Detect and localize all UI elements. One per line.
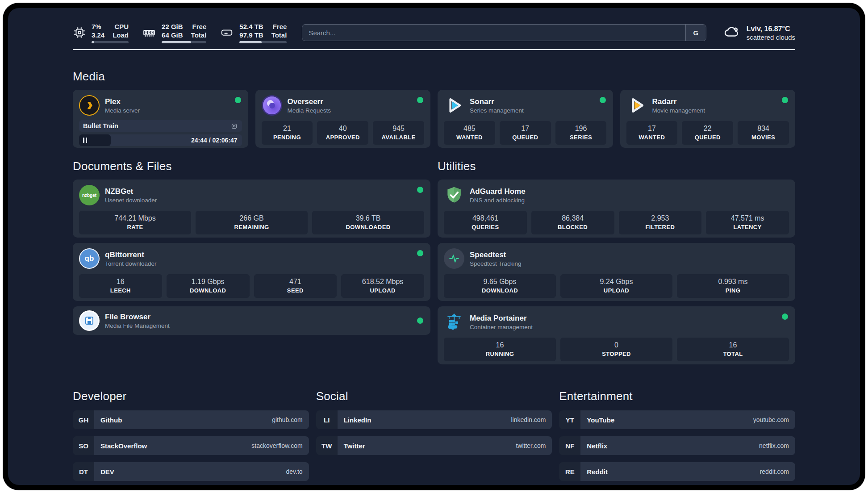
bookmark-dev[interactable]: DT DEV dev.to bbox=[73, 462, 309, 481]
app-card-overseerr[interactable]: Overseerr Media Requests 21 PENDING 40 A… bbox=[255, 90, 431, 148]
qbittorrent-logo: qb bbox=[79, 248, 100, 269]
stat-tile: 16 TOTAL bbox=[677, 338, 789, 361]
app-name: Radarr bbox=[652, 97, 705, 106]
app-desc: Usenet downloader bbox=[105, 196, 157, 204]
bookmark-stackoverflow[interactable]: SO StackOverflow stackoverflow.com bbox=[73, 436, 309, 455]
disk-icon bbox=[220, 26, 234, 39]
stat-tile: 39.6 TB DOWNLOADED bbox=[312, 211, 424, 234]
app-name: Speedtest bbox=[470, 250, 522, 259]
app-desc: Media Requests bbox=[288, 107, 331, 114]
app-card-radarr[interactable]: Radarr Movie management 17 WANTED 22 QUE… bbox=[620, 90, 796, 148]
app-desc: Speedtest Tracking bbox=[470, 260, 522, 267]
disk-free-value: 52.4 TB bbox=[239, 22, 263, 31]
memory-free-label: Free bbox=[191, 22, 207, 31]
bookmark-name: DEV bbox=[100, 468, 114, 476]
app-name: Sonarr bbox=[470, 97, 524, 106]
app-card-adguard[interactable]: AdGuard Home DNS and adblocking 498,461 … bbox=[438, 180, 795, 238]
header-bar: 7% 3.24 CPU Load bbox=[73, 22, 795, 43]
disk-progress-bar bbox=[239, 41, 287, 43]
disk-total-label: Total bbox=[271, 31, 287, 39]
overseerr-logo bbox=[262, 95, 282, 116]
bookmark-group-developer: Developer GH Github github.com SO StackO… bbox=[73, 389, 309, 481]
stat-tile: 17 QUEUED bbox=[500, 121, 551, 145]
stat-tile: 498,461 QUERIES bbox=[444, 211, 527, 234]
bookmark-abbr: TW bbox=[316, 436, 338, 455]
weather-location-temp: Lviv, 16.87°C bbox=[747, 25, 795, 33]
nzbget-logo: nzbget bbox=[79, 185, 100, 205]
app-name: AdGuard Home bbox=[470, 187, 526, 196]
status-dot bbox=[600, 97, 606, 103]
stat-tile: 40 APPROVED bbox=[317, 121, 368, 145]
stat-tile: 196 SERIES bbox=[555, 121, 607, 145]
bookmark-name: YouTube bbox=[587, 416, 614, 424]
portainer-logo bbox=[444, 312, 464, 332]
filebrowser-logo bbox=[79, 310, 100, 331]
cpu-stat-widget: 7% 3.24 CPU Load bbox=[73, 22, 129, 43]
stat-tile: 945 AVAILABLE bbox=[373, 121, 424, 145]
stat-tile: 471 SEED bbox=[254, 274, 337, 298]
bookmark-name: LinkedIn bbox=[344, 416, 371, 424]
stat-tile: 618.52 Mbps UPLOAD bbox=[341, 274, 424, 298]
bookmark-abbr: NF bbox=[559, 436, 580, 455]
bookmark-abbr: LI bbox=[316, 410, 338, 429]
app-card-nzbget[interactable]: nzbget NZBGet Usenet downloader 744.21 M… bbox=[73, 180, 430, 238]
plex-logo bbox=[79, 95, 100, 116]
memory-total-value: 64 GiB bbox=[162, 31, 183, 39]
now-playing-row: Bullet Train bbox=[79, 120, 242, 132]
weather-widget: Lviv, 16.87°C scattered clouds bbox=[722, 23, 795, 42]
bookmark-name: StackOverflow bbox=[100, 442, 147, 450]
bookmark-abbr: RE bbox=[559, 462, 580, 481]
bookmark-url: github.com bbox=[272, 416, 302, 423]
app-card-plex[interactable]: Plex Media server Bullet Train 24:44 bbox=[73, 90, 248, 148]
bookmark-url: linkedin.com bbox=[511, 416, 546, 423]
bookmark-youtube[interactable]: YT YouTube youtube.com bbox=[559, 410, 795, 429]
search-bar[interactable]: G bbox=[302, 24, 706, 41]
bookmark-linkedin[interactable]: LI LinkedIn linkedin.com bbox=[316, 410, 552, 429]
memory-total-label: Total bbox=[191, 31, 207, 39]
cloud-icon bbox=[722, 23, 741, 42]
stat-tile: 16 RUNNING bbox=[444, 338, 556, 361]
stat-tile: 86,384 BLOCKED bbox=[531, 211, 614, 234]
bookmark-github[interactable]: GH Github github.com bbox=[73, 410, 309, 429]
app-name: qBittorrent bbox=[105, 250, 157, 259]
memory-stat-widget: 22 GiB 64 GiB Free Total bbox=[142, 22, 206, 43]
app-desc: DNS and adblocking bbox=[470, 196, 526, 204]
app-card-qbittorrent[interactable]: qb qBittorrent Torrent downloader 16 LEE… bbox=[73, 243, 430, 301]
bookmark-abbr: SO bbox=[73, 436, 94, 455]
stat-tile: 266 GB REMAINING bbox=[196, 211, 308, 234]
section-title-utilities: Utilities bbox=[438, 159, 795, 173]
bookmark-reddit[interactable]: RE Reddit reddit.com bbox=[559, 462, 795, 481]
app-card-portainer[interactable]: Media Portainer Container management 16 … bbox=[438, 306, 795, 364]
app-name: File Browser bbox=[105, 312, 170, 322]
app-desc: Container management bbox=[470, 323, 533, 331]
search-engine-button[interactable]: G bbox=[685, 25, 706, 41]
cpu-load-label: Load bbox=[113, 31, 129, 39]
header-divider bbox=[73, 49, 795, 50]
stat-tile: 47.571 ms LATENCY bbox=[706, 211, 789, 234]
disk-total-value: 97.9 TB bbox=[239, 31, 263, 39]
bookmark-netflix[interactable]: NF Netflix netflix.com bbox=[559, 436, 795, 455]
section-title-entertainment: Entertainment bbox=[559, 389, 795, 403]
cpu-progress-bar bbox=[92, 41, 129, 43]
sonarr-logo bbox=[444, 95, 464, 116]
pause-icon[interactable] bbox=[83, 138, 84, 143]
app-desc: Torrent downloader bbox=[105, 260, 157, 267]
app-desc: Movie management bbox=[652, 107, 705, 114]
app-name: Media Portainer bbox=[470, 313, 533, 323]
session-camera-icon[interactable] bbox=[230, 122, 238, 130]
memory-progress-bar bbox=[162, 41, 206, 43]
search-input[interactable] bbox=[302, 25, 685, 41]
bookmark-twitter[interactable]: TW Twitter twitter.com bbox=[316, 436, 552, 455]
bookmark-url: reddit.com bbox=[760, 468, 789, 475]
memory-icon bbox=[142, 26, 156, 39]
bookmark-url: dev.to bbox=[286, 468, 303, 475]
radarr-logo bbox=[626, 95, 647, 116]
app-card-filebrowser[interactable]: File Browser Media File Management bbox=[73, 306, 430, 335]
memory-free-value: 22 GiB bbox=[162, 22, 183, 31]
section-title-media: Media bbox=[73, 70, 795, 84]
bookmark-group-social: Social LI LinkedIn linkedin.com TW Twitt… bbox=[316, 389, 552, 481]
screen-frame: 7% 3.24 CPU Load bbox=[3, 3, 865, 490]
app-card-sonarr[interactable]: Sonarr Series management 485 WANTED 17 Q… bbox=[438, 90, 613, 148]
app-card-speedtest[interactable]: Speedtest Speedtest Tracking 9.65 Gbps D… bbox=[438, 243, 795, 301]
playback-progress-bar[interactable]: 24:44 / 02:06:47 bbox=[79, 134, 242, 146]
